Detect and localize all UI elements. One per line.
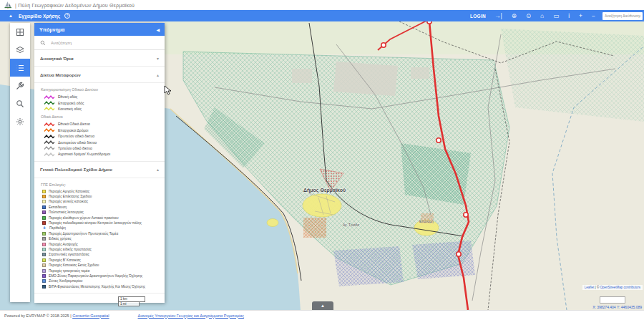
legend-item: Πρωτεύον οδικό δίκτυο <box>34 133 165 139</box>
legend-item-label: Επαρχιακή οδός <box>58 101 84 105</box>
chevron-down-icon: ▾ <box>157 56 159 61</box>
legend-section-gps[interactable]: Γενικό Πολεοδομικό Σχέδιο Δήμου▴ <box>34 162 165 178</box>
legend-section-transport[interactable]: Δίκτυα Μεταφορών▴ <box>34 67 165 83</box>
section-label: Διοικητικά Όρια <box>40 56 74 61</box>
zone-color-swatch <box>42 195 46 198</box>
section-label: Δίκτυα Μεταφορών <box>40 72 81 77</box>
settings-icon[interactable] <box>10 112 30 130</box>
legend-item-label: Εθνική οδός <box>58 94 77 99</box>
distributions-link[interactable]: Διανομές Υπουργείου Γεωργίας και Διαγράμ… <box>138 314 244 318</box>
info-icon[interactable]: i <box>568 13 570 19</box>
user-manual-link[interactable]: Εγχειρίδιο Χρήσης <box>19 14 60 19</box>
legend-title: Υπόμνημα <box>39 27 64 32</box>
legend-item-label: Περιοχές Β' Κατοικίας <box>49 258 81 262</box>
legend-item-label: Επαρχιακοί Δρόμοι <box>58 128 88 132</box>
legend-item: Αγροτικοί δρόμοι/ Χωματόδρομοι <box>34 151 165 157</box>
legend-item-label: Πολιτιστικές λειτουργίες <box>49 210 84 214</box>
basemap-icon[interactable] <box>10 23 30 41</box>
road-style-swatch <box>44 100 55 105</box>
main-toolbar: ▲ Εγχειρίδιο Χρήσης ? LOGIN →|⊕⊙⌂▭i+− <box>0 10 644 21</box>
zone-color-swatch <box>42 263 46 267</box>
legend-item: Περιοχές πολεοδομικού κέντρου-Κεντρικών … <box>34 220 165 226</box>
collapse-toolbar-icon[interactable]: ▲ <box>9 14 13 18</box>
leaflet-link[interactable]: Leaflet <box>585 286 595 289</box>
zoom-out-icon[interactable]: − <box>592 13 595 19</box>
legend-item: Ζώνες Χονδρεμπορίου <box>34 278 165 283</box>
collapse-panel-icon[interactable]: ◀ <box>156 27 160 32</box>
legend-item: Στρατιωτικές εγκαταστάσεις <box>34 252 165 257</box>
scale-mi: 1 mi <box>118 302 140 307</box>
search-icon <box>40 40 46 46</box>
road-style-swatch <box>44 122 55 127</box>
road-style-swatch <box>44 145 55 150</box>
home-icon[interactable]: ⌂ <box>540 13 544 19</box>
site-header: | Πύλη Γεωγραφικών Δεδομένων Δήμου Θερμα… <box>0 0 644 10</box>
legend-item-label: Περιοχές Δραστηριοτήτων Πρωτογενούς Τομέ… <box>49 232 118 236</box>
page-footer: Powered by EVRYMAP © 2018-2025 | Consort… <box>0 310 644 320</box>
help-icon[interactable]: ? <box>64 13 70 19</box>
legend-item-label: Περιοχές Κατοικίας Εκτός Σχεδίου <box>49 263 99 267</box>
zoom-full-extent-icon[interactable]: ⊕ <box>512 13 517 19</box>
zone-color-swatch <box>42 216 46 220</box>
legend-item: Περιοχές γενικής κατοικίας <box>34 199 165 204</box>
legend-item-label: Αγροτικοί δρόμοι/ Χωματόδρομοι <box>58 152 110 156</box>
zone-color-swatch <box>42 210 46 214</box>
layers-icon[interactable] <box>10 41 30 59</box>
powered-by-text: Powered by EVRYMAP © 2018-2025 | Consort… <box>4 314 109 318</box>
legend-group-label: ΓΠΣ Επιλογές: <box>34 180 165 189</box>
site-logo <box>4 1 12 9</box>
legend-search-input[interactable] <box>49 40 159 46</box>
osm-link[interactable]: OpenStreetMap contributors <box>600 286 640 289</box>
legend-item: Περιοχές τριτογενούς τομέα <box>34 268 165 273</box>
legend-item: Περιοχές Κατοικίας Εκτός Σχεδίου <box>34 263 165 268</box>
zone-color-swatch <box>42 190 46 193</box>
search-tool-icon[interactable] <box>10 94 30 112</box>
login-arrow-icon[interactable]: →| <box>494 13 502 19</box>
road-style-swatch <box>44 127 55 132</box>
road-style-swatch <box>44 94 55 100</box>
legend-item: Επαρχιακή οδός <box>34 100 165 105</box>
previous-extent-icon[interactable]: ⊙ <box>526 13 531 19</box>
legend-item: Εθνική οδός <box>34 94 165 100</box>
chevron-up-icon: ▴ <box>157 72 159 77</box>
legend-item-label: Ζώνες Χονδρεμπορίου <box>49 279 82 283</box>
select-extent-icon[interactable]: ▭ <box>553 13 559 19</box>
tools-icon[interactable] <box>10 77 30 94</box>
legend-icon[interactable] <box>10 59 30 77</box>
legend-item-label: Περιοχές γενικής κατοικίας <box>49 200 88 203</box>
zone-color-swatch <box>42 253 46 256</box>
legend-item: Εκπαίδευση <box>34 205 165 210</box>
road-style-swatch <box>44 140 55 145</box>
vendor-link[interactable]: Consortio Geospatial <box>72 314 109 318</box>
road-style-swatch <box>44 152 55 157</box>
legend-item: Επαρχιακοί Δρόμοι <box>34 127 165 133</box>
legend-section-admin[interactable]: Διοικητικά Όρια▾ <box>34 50 165 67</box>
legend-item-label: Περιοχές ειδικής προστασίας <box>49 248 92 251</box>
coordinates-readout: X: 398274.404 Y: 4460435.089 <box>592 305 642 309</box>
legend-section-body: Κατηγοριοποίηση Οδικού ΔικτύουΕθνική οδό… <box>34 83 165 162</box>
app-window: Δήμος ΘερμαϊκούΑγ. ΤριάδαΕπανομή | Πύλη … <box>0 0 644 320</box>
legend-item-label: Περιοχές Αναψυχής <box>49 243 78 246</box>
legend-panel-header: Υπόμνημα ◀ <box>34 23 165 36</box>
legend-item-label: Πρωτεύον οδικό δίκτυο <box>58 134 94 138</box>
legend-item: Περιοχές Αμιγούς Κατοικίας <box>34 189 165 194</box>
page-title: | Πύλη Γεωγραφικών Δεδομένων Δήμου Θερμα… <box>15 3 135 8</box>
sidebar-icon-strip <box>10 23 30 302</box>
legend-item: Εθνικό Οδικό Δίκτυο <box>34 121 165 127</box>
zoom-in-icon[interactable]: + <box>579 13 582 19</box>
powered-by-label: Powered by EVRYMAP © 2018-2025 | <box>4 314 72 318</box>
zone-color-swatch: + <box>42 226 47 231</box>
bottom-panel-toggle[interactable]: ▲ <box>312 301 333 310</box>
scale-km: 1 km <box>118 296 145 302</box>
legend-item-label: Περιοχές ελεύθερων χώρων-Αστικού πρασίνο… <box>49 216 119 220</box>
legend-item: ΒΙΠΑ-Εγκαταστάσεις Μεταποίησης Χαμηλής Κ… <box>34 284 165 289</box>
section-label: Γενικό Πολεοδομικό Σχέδιο Δήμου <box>40 167 112 172</box>
legend-item: ΕΜΟ-Ζώνες Παραγωγικών Δραστηριοτήτων Χαμ… <box>34 273 165 278</box>
legend-section-body: ΓΠΣ Επιλογές:Περιοχές Αμιγούς ΚατοικίαςΠ… <box>34 178 165 294</box>
login-button[interactable]: LOGIN <box>470 14 486 19</box>
address-search-input[interactable] <box>602 12 643 20</box>
legend-item: Πολιτιστικές λειτουργίες <box>34 210 165 215</box>
legend-item: Περιοχές ειδικής προστασίας <box>34 247 165 252</box>
legend-item-label: Περιοχές τριτογενούς τομέα <box>49 269 89 273</box>
legend-item: Τριτεύον οδικό δίκτυο <box>34 145 165 151</box>
